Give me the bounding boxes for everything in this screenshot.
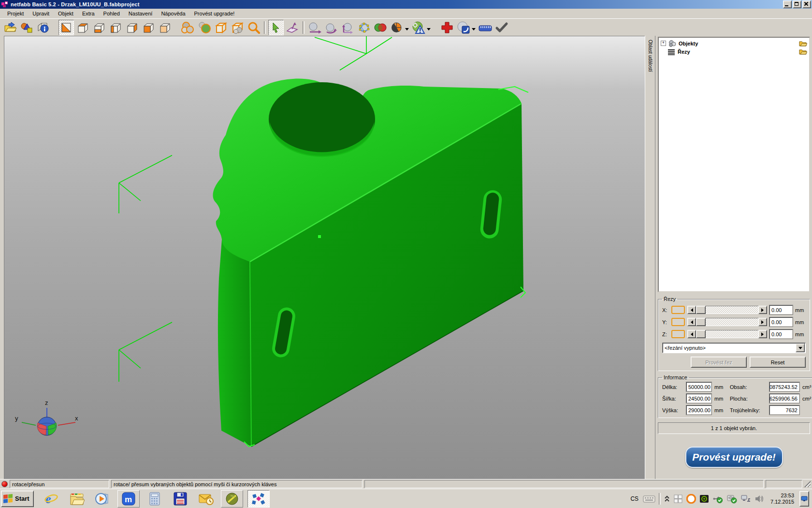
parts-tree[interactable]: + Objekty <box>658 37 810 292</box>
repair-part-button[interactable] <box>456 20 471 35</box>
repair-part-dropdown[interactable] <box>472 28 476 32</box>
view-front-button[interactable] <box>141 20 156 35</box>
menu-objekt[interactable]: Objekt <box>54 10 78 17</box>
platform-box-button[interactable] <box>213 20 229 35</box>
folder-open-icon[interactable] <box>799 48 807 55</box>
menu-nastaveni[interactable]: Nastavení <box>124 10 157 17</box>
view-left-button[interactable] <box>108 20 123 35</box>
info-value-vyska[interactable]: 29000.00 <box>686 405 711 415</box>
tray-clock[interactable]: 23:53 7.12.2015 <box>770 493 794 505</box>
move-part-button[interactable] <box>307 20 322 35</box>
windows-tray-icon[interactable] <box>673 494 683 504</box>
view-top-button[interactable] <box>75 20 90 35</box>
slider-right-arrow[interactable] <box>758 318 767 326</box>
menu-projekt[interactable]: Projekt <box>3 10 28 17</box>
project-info-button[interactable] <box>35 20 51 35</box>
keyboard-icon[interactable] <box>643 494 655 503</box>
event-area-strip[interactable]: Oblast událostí <box>645 36 655 479</box>
internet-explorer-icon[interactable]: e <box>41 491 62 507</box>
menu-provest-upgrade[interactable]: Provést upgrade! <box>190 10 239 17</box>
info-value-sirka[interactable]: 24500.00 <box>686 394 711 403</box>
add-parts-button[interactable] <box>19 20 34 35</box>
usb-safe-remove-icon[interactable] <box>712 494 723 504</box>
close-button[interactable] <box>802 0 811 8</box>
folder-open-icon[interactable] <box>799 40 807 46</box>
calculator-icon[interactable] <box>144 491 165 507</box>
nvidia-icon[interactable] <box>699 494 709 504</box>
maxthon-taskbar-button[interactable]: m <box>117 490 140 508</box>
menu-napoveda[interactable]: Nápověda <box>157 10 189 17</box>
view-bottom-button[interactable] <box>91 20 107 35</box>
analysis-dropdown[interactable] <box>427 28 431 32</box>
menu-upravit[interactable]: Upravit <box>28 10 54 17</box>
cut-toggle-x[interactable] <box>671 306 685 314</box>
slider-left-arrow[interactable] <box>687 330 696 338</box>
media-player-icon[interactable] <box>92 491 113 507</box>
volume-icon[interactable] <box>754 494 764 504</box>
cut-toggle-z[interactable] <box>671 330 685 338</box>
platform-box-parts-button[interactable] <box>230 20 245 35</box>
title-bar[interactable]: netfabb Basic 5.2 - Drzak_LM10UU_B.fabbp… <box>0 0 812 9</box>
zoom-button[interactable] <box>246 20 261 35</box>
slider-left-arrow[interactable] <box>687 318 696 326</box>
platform-part-green-button[interactable] <box>197 20 212 35</box>
reset-button[interactable]: Reset <box>750 357 806 368</box>
open-project-button[interactable] <box>2 20 18 35</box>
save-floppy-icon[interactable] <box>170 491 191 507</box>
cut-value-x[interactable]: 0.00 <box>769 305 793 314</box>
cut-slider-y[interactable] <box>687 318 767 326</box>
info-value-trojuhelniky[interactable]: 7632 <box>769 405 799 415</box>
upgrade-button[interactable]: Provést upgrade! <box>685 447 783 468</box>
cut-toggle-y[interactable] <box>671 318 685 326</box>
execute-cut-button[interactable]: Provést řez <box>691 357 747 368</box>
tree-item-objekty[interactable]: + Objekty <box>660 39 808 47</box>
outlook-icon[interactable] <box>195 491 217 507</box>
tree-item-rezy[interactable]: Řezy <box>660 47 808 56</box>
select-plane-button[interactable] <box>285 20 300 35</box>
show-desktop-button[interactable] <box>799 491 809 507</box>
cut-value-z[interactable]: 0.00 <box>769 329 793 339</box>
validate-button[interactable] <box>494 20 509 35</box>
network-icon[interactable] <box>740 494 751 504</box>
netfabb-app-taskbar-button[interactable] <box>247 490 270 508</box>
cut-value-y[interactable]: 0.00 <box>769 317 793 327</box>
cut-part-button[interactable] <box>389 20 405 35</box>
view-iso-button[interactable] <box>58 20 74 35</box>
maximize-button[interactable] <box>793 0 801 8</box>
language-indicator[interactable]: CS <box>630 495 638 502</box>
scale-part-button[interactable] <box>340 20 355 35</box>
rotate-part-button[interactable] <box>323 20 339 35</box>
resize-grip[interactable] <box>804 481 811 487</box>
analysis-button[interactable] <box>411 20 426 35</box>
minimize-button[interactable] <box>783 0 792 8</box>
start-button[interactable]: Start <box>1 491 34 507</box>
cut-part-dropdown[interactable] <box>405 28 409 32</box>
slider-left-arrow[interactable] <box>687 306 696 314</box>
cut-slider-z[interactable] <box>687 330 767 338</box>
boolean-parts-button[interactable] <box>373 20 388 35</box>
view-back-button[interactable] <box>157 20 173 35</box>
slider-right-arrow[interactable] <box>758 306 767 314</box>
menu-pohled[interactable]: Pohled <box>99 10 124 17</box>
viewport-3d[interactable]: z y x <box>4 36 645 479</box>
netfabb-sphere-taskbar-button[interactable] <box>221 490 243 508</box>
tree-expander-icon[interactable]: + <box>661 41 666 46</box>
edit-mesh-button[interactable] <box>356 20 372 35</box>
slider-thumb[interactable] <box>696 306 706 314</box>
menu-extra[interactable]: Extra <box>78 10 99 17</box>
cut-mode-select[interactable]: <řezání vypnuto> <box>662 343 806 353</box>
slider-right-arrow[interactable] <box>758 330 767 338</box>
chevron-up-icon[interactable] <box>664 495 670 503</box>
avira-icon[interactable] <box>686 494 696 504</box>
info-value-obsah[interactable]: 0875243.52 <box>769 382 799 391</box>
measure-button[interactable] <box>478 20 493 35</box>
sync-check-icon[interactable] <box>726 494 737 504</box>
file-explorer-icon[interactable] <box>66 491 87 507</box>
combo-dropdown-button[interactable] <box>796 344 805 352</box>
slider-thumb[interactable] <box>696 318 706 326</box>
cut-slider-x[interactable] <box>687 306 767 314</box>
platform-parts-button[interactable] <box>180 20 196 35</box>
select-cursor-button[interactable] <box>268 20 284 35</box>
view-right-button[interactable] <box>124 20 140 35</box>
slider-thumb[interactable] <box>696 330 706 338</box>
